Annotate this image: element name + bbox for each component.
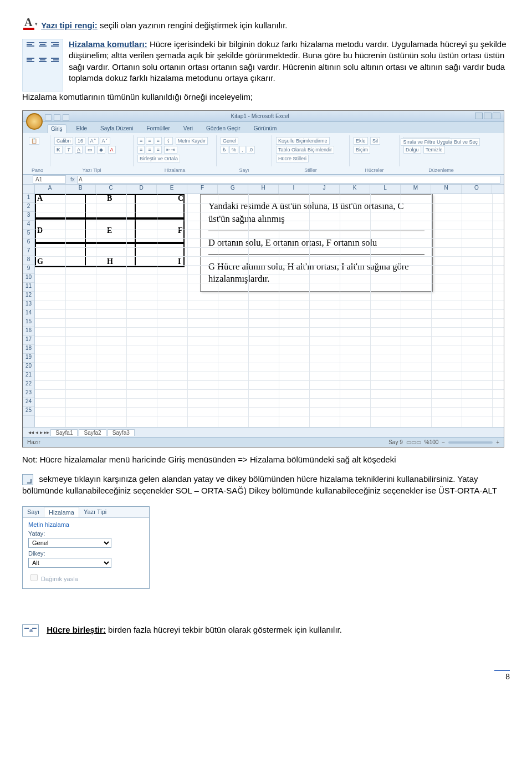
row-headers: 1234567891011121314151617181920212223242…: [23, 194, 35, 427]
ribbon-tab: Ekle: [73, 124, 90, 133]
ribbon-tabs: Giriş Ekle Sayfa Düzeni Formüller Veri G…: [23, 122, 504, 133]
yatay-select[interactable]: Genel: [28, 538, 111, 548]
wrap-text-button: Metni Kaydır: [176, 137, 208, 145]
ribbon: 📋 Pano Calibri 16 A˄A˅ K T A ▭ ◆ A Yazı …: [23, 133, 504, 175]
dialog-section-label: Metin hizalama: [28, 521, 144, 528]
ribbon-tab: Sayfa Düzeni: [97, 124, 136, 133]
yatay-label: Yatay:: [28, 530, 144, 537]
merge-cells-icon: a: [22, 624, 39, 637]
dialog-tab-hizalama: Hizalama: [44, 507, 79, 517]
ribbon-tab: Giriş: [47, 124, 66, 133]
worksheet-grid: 1234567891011121314151617181920212223242…: [23, 194, 504, 427]
ribbon-tab: Veri: [180, 124, 196, 133]
dialog-launcher-icon: [22, 474, 33, 485]
paragraph-alignment: Hizalama komutları: Hücre içerisindeki b…: [69, 39, 510, 84]
format-cells-dialog: Sayı Hizalama Yazı Tipi Metin hizalama Y…: [22, 506, 150, 589]
column-headers: A B C D E F G H I J K L M N O: [23, 185, 504, 194]
quick-access-toolbar: [45, 114, 69, 121]
paste-button: 📋: [29, 137, 39, 145]
alignment-grid-icon: [22, 39, 63, 91]
merge-text: birden fazla hücreyi tekbir bütün olarak…: [108, 625, 342, 634]
font-size: 16: [75, 137, 85, 145]
font-color-icon: A ▾: [22, 16, 35, 31]
excel-screenshot: Kitap1 - Microsoft Excel Giriş Ekle Sayf…: [22, 110, 504, 447]
status-bar: Hazır Say 9 ▭▭▭ %100 −+: [23, 437, 504, 447]
font-color-text: seçili olan yazının rengini değiştirmek …: [100, 21, 288, 30]
dialog-tab-sayi: Sayı: [23, 507, 44, 517]
fx-icon: fx: [70, 176, 75, 182]
page-number: 8: [22, 670, 510, 681]
ribbon-tab: Formüller: [144, 124, 173, 133]
formula-bar: A: [77, 176, 500, 184]
paragraph-note-2: sekmeye tıklayın karşınıza gelen alandan…: [22, 474, 510, 496]
window-buttons: [474, 113, 500, 120]
merge-label: Hücre birleştir:: [47, 625, 106, 634]
sheet-tabs: ◂◂ ◂ ▸ ▸▸ Sayfa1 Sayfa2 Sayfa3: [23, 427, 504, 437]
window-title: Kitap1 - Microsoft Excel: [46, 113, 474, 119]
name-box: A1: [33, 175, 66, 184]
paragraph-example-intro: Hizalama komutlarının tümünün kullanıldı…: [22, 91, 510, 103]
merge-button: Birleştir ve Ortala: [137, 155, 180, 162]
alignment-label: Hizalama komutları:: [69, 39, 147, 49]
excel-titlebar: Kitap1 - Microsoft Excel: [23, 111, 504, 122]
paragraph-note-1: Not: Hücre hizalamalar menü haricinde Gi…: [22, 454, 510, 465]
daginik-yasla-checkbox: Dağınık yasla: [28, 572, 144, 583]
font-name: Calibri: [54, 137, 73, 145]
paragraph-font-color: A ▾ Yazı tipi rengi: seçili olan yazının…: [22, 16, 510, 31]
dikey-label: Dikey:: [28, 550, 144, 557]
ribbon-tab: Gözden Geçir: [203, 124, 244, 133]
ribbon-tab: Görünüm: [250, 124, 280, 133]
font-color-label: Yazı tipi rengi:: [41, 21, 98, 30]
annotation-box: Yandaki resimde A üst'ün soluna, B üst'ü…: [200, 194, 433, 291]
dikey-select[interactable]: Alt: [28, 558, 111, 568]
formula-bar-row: A1 fx A: [23, 175, 504, 185]
paragraph-merge: a Hücre birleştir: birden fazla hücreyi …: [22, 624, 510, 637]
dialog-tab-yazi: Yazı Tipi: [79, 507, 111, 517]
number-format: Genel: [221, 137, 238, 145]
